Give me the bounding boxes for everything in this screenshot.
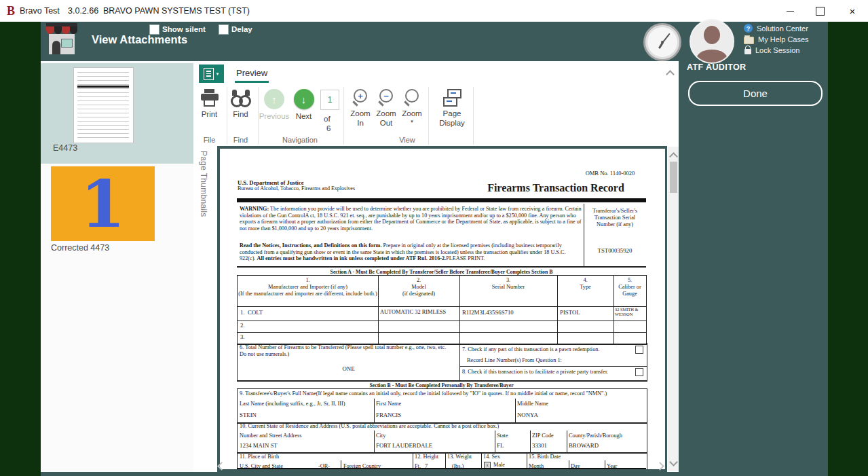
doc-q9-middle-label: Middle Name [517, 401, 548, 407]
e4473-thumbnail[interactable] [73, 67, 134, 143]
zoom-caret-icon: ▼ [410, 120, 414, 124]
scrollbar-thumb[interactable] [670, 162, 677, 193]
lock-session-link[interactable]: Lock Session [744, 45, 809, 55]
app-title: Bravo Test [20, 6, 60, 16]
attachments-sidebar: E4473 1 Corrected 4473 [41, 61, 193, 472]
zoom-out-button[interactable]: − Zoom Out [374, 89, 398, 128]
doc-q15-label: 15. Birth Date [529, 454, 561, 460]
page-of-label: of [324, 114, 331, 124]
maximize-icon [816, 7, 825, 16]
lock-icon [744, 49, 751, 54]
doc-q7-checkbox [635, 346, 643, 354]
arrow-up-icon: ↑ [264, 89, 284, 109]
page-number-input[interactable] [320, 90, 339, 110]
doc-col2-header: 2. Model (if designated) [378, 277, 459, 297]
doc-notice-paragraph: Read the Notices, Instructions, and Defi… [240, 242, 582, 262]
app-version: 3.0.2.66 [68, 6, 98, 16]
page-display-label-1: Page [443, 109, 461, 118]
previous-page-button[interactable]: ↑ Previous [258, 89, 290, 121]
doc-q12-label: 12. Height [415, 454, 438, 460]
close-button[interactable]: × [837, 0, 867, 22]
minimize-button[interactable] [775, 0, 805, 22]
maximize-button[interactable] [805, 0, 835, 22]
clock-icon [643, 23, 681, 61]
tab-preview[interactable]: Preview [236, 68, 267, 78]
avatar [690, 19, 734, 64]
doc-q10-zip-value: 33301 [532, 442, 547, 449]
folder-icon [744, 37, 754, 44]
zoom-in-button[interactable]: + Zoom In [348, 89, 373, 128]
arrow-down-icon: ↓ [294, 89, 314, 109]
doc-col4-header: 4. Type [557, 277, 614, 291]
solution-center-label: Solution Center [757, 24, 808, 33]
doc-q8-label: 8. Check if this transaction is to facil… [462, 369, 639, 376]
doc-q10-block: 10. Current State of Residence and Addre… [237, 422, 647, 454]
zoom-dropdown-button[interactable]: Zoom ▼ [400, 89, 424, 124]
document-page: OMB No. 1140-0020 U.S. Department of Jus… [220, 149, 665, 469]
scroll-down-arrow[interactable] [671, 456, 677, 468]
attachment-item-e4473[interactable]: E4473 [41, 63, 193, 164]
page-total-label: 6 [326, 124, 331, 133]
group-find-label: Find [229, 136, 252, 144]
app-menu-button[interactable]: ▼ [199, 65, 224, 83]
doc-col1-header: 1. Manufacturer and Importer (if any) (I… [238, 277, 378, 297]
solution-center-link[interactable]: ? Solution Center [744, 23, 809, 33]
next-page-button[interactable]: ↓ Next [293, 89, 315, 121]
doc-title: Firearms Transaction Record [444, 182, 665, 194]
page-display-button[interactable]: Page Display [434, 89, 470, 128]
zoom-icon [404, 89, 420, 107]
doc-serial-label: Transferor's/Seller's Transaction Serial… [585, 208, 645, 228]
doc-q10-city-label: City [376, 433, 385, 439]
doc-q9-label: 9. Transferee's/Buyer's Full Name(If leg… [240, 390, 645, 397]
delay-label: Delay [231, 25, 252, 33]
doc-row1-serial: R1I2M3L435S6S710 [462, 309, 514, 316]
doc-row2-num: 2. [240, 322, 245, 329]
corrected-4473-badge: 1 [80, 172, 125, 236]
preview-vertical-scrollbar[interactable] [668, 147, 679, 471]
ribbon-collapse-button[interactable] [667, 68, 673, 80]
tab-underline [235, 81, 269, 83]
next-label: Next [296, 111, 312, 121]
doc-col5-header: 5. Caliber or Gauge [614, 277, 646, 297]
doc-warning-block: WARNING: The information you provide wil… [237, 204, 646, 268]
doc-row1-caliber: 32 SMITH & WESSON [615, 307, 645, 317]
done-button-label: Done [743, 88, 768, 99]
binoculars-icon [230, 90, 252, 107]
doc-q6-label: 6. Total Number of Firearms to be Transf… [240, 344, 453, 358]
doc-q11-block: 11. Place of Birth 12. Height 13. Weight… [237, 452, 647, 469]
doc-q10-street-value: 1234 MAIN ST [240, 442, 278, 449]
e4473-label: E4473 [53, 143, 77, 153]
chevron-down-icon: ▼ [216, 72, 220, 76]
zoom-out-label-2: Out [380, 118, 393, 128]
storefront-icon [46, 23, 77, 57]
document-menu-icon [204, 68, 214, 80]
scroll-right-arrow[interactable] [657, 460, 663, 472]
my-help-cases-label: My Help Cases [758, 35, 809, 43]
group-file-label: File [198, 136, 221, 144]
zoom-in-icon: + [352, 89, 369, 107]
close-icon: × [850, 6, 856, 16]
doc-q10-label: 10. Current State of Residence and Addre… [240, 423, 645, 430]
doc-q14-label: 14. Sex [483, 454, 500, 460]
doc-q7-sub: Record Line Number(s) From Question 1: [467, 357, 562, 364]
attachment-item-corrected-4473[interactable]: 1 [51, 166, 155, 241]
minimize-icon [787, 11, 794, 12]
doc-q9-first-value: FRANCIS [376, 411, 401, 418]
doc-q9-last-label: Last Name (including suffix, e.g., Jr, S… [240, 401, 345, 407]
scroll-up-arrow[interactable] [671, 150, 677, 162]
doc-row1-type: PISTOL [560, 309, 580, 316]
show-silent-checkbox[interactable] [149, 24, 159, 35]
done-button[interactable]: Done [688, 81, 823, 106]
scroll-left-arrow[interactable] [219, 460, 225, 472]
doc-q10-state-value: FL [497, 442, 504, 449]
find-button[interactable]: Find [229, 90, 252, 119]
delay-checkbox[interactable] [219, 24, 229, 35]
title-bar: B Bravo Test 3.0.2.66 BRAVO PAWN SYSTEMS… [0, 0, 868, 22]
doc-bottom-bar [237, 468, 646, 469]
doc-q9-first-label: First Name [376, 401, 401, 407]
doc-warning-paragraph: WARNING: The information you provide wil… [240, 206, 582, 232]
page-thumbnails-tab[interactable]: Page Thumbnails [199, 151, 208, 217]
print-button[interactable]: Print [198, 89, 221, 119]
my-help-cases-link[interactable]: My Help Cases [744, 34, 809, 44]
doc-col3-header: 3. Serial Number [459, 277, 557, 291]
